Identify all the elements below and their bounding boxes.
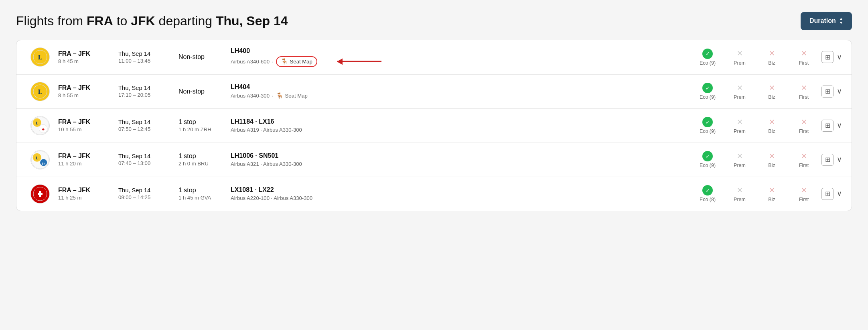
- eco-label: Eco (9): [700, 60, 716, 66]
- eco-available-icon: ✓: [702, 151, 713, 161]
- stops-text: 1 stop: [178, 187, 231, 194]
- expand-plus-button[interactable]: ⊞: [821, 188, 834, 200]
- date-text: Thu, Sep 14: [118, 51, 178, 57]
- date-text: Thu, Sep 14: [118, 119, 178, 125]
- flight-detail: Airbus A220-100 · Airbus A330-300: [231, 195, 696, 201]
- duration-text: 11 h 20 m: [58, 161, 118, 167]
- svg-rect-16: [39, 191, 41, 197]
- classes-col: ✓ Eco (8) ✕ Prem ✕ Biz ✕ First: [696, 185, 815, 202]
- biz-class: ✕ Biz: [761, 117, 783, 134]
- svg-text:L: L: [38, 54, 43, 61]
- classes-col: ✓ Eco (9) ✕ Prem ✕ Biz ✕ First: [696, 151, 815, 168]
- chevron-down-icon[interactable]: ∨: [837, 155, 842, 164]
- flight-row: L FRA – JFK 8 h 45 m Thu, Sep 14 11:00 –…: [16, 40, 852, 75]
- route-text: FRA – JFK: [58, 187, 118, 194]
- arrow-line-icon: [337, 61, 381, 62]
- route-col: FRA – JFK 8 h 55 m: [54, 84, 118, 98]
- time-text: 07:50 – 12:45: [118, 126, 178, 132]
- airline-logo-col: L: [26, 82, 54, 101]
- duration-sort-button[interactable]: Duration ▲ ▼: [801, 12, 852, 30]
- airline-logo: L ✚: [30, 116, 50, 135]
- first-label: First: [799, 163, 809, 168]
- svg-text:✚: ✚: [42, 128, 45, 131]
- prem-unavailable-icon: ✕: [734, 117, 745, 127]
- actions-col: ⊞ ∨: [821, 188, 842, 200]
- flight-info-col: LH1184 · LX16 Airbus A319 · Airbus A330-…: [231, 118, 696, 133]
- flight-row: L ✚ FRA – JFK 10 h 55 m Thu, Sep 14 07:5…: [16, 109, 852, 143]
- page-header: Flights from FRA to JFK departing Thu, S…: [16, 12, 852, 30]
- chevron-down-icon[interactable]: ∨: [837, 53, 842, 61]
- airline-logo: L SN: [30, 150, 50, 169]
- expand-plus-button[interactable]: ⊞: [821, 86, 834, 98]
- flight-detail: Airbus A319 · Airbus A330-300: [231, 127, 696, 133]
- flight-number: LH400: [231, 47, 696, 55]
- route-col: FRA – JFK 11 h 25 m: [54, 187, 118, 201]
- first-class: ✕ First: [793, 83, 815, 100]
- first-class: ✕ First: [793, 117, 815, 134]
- eco-available-icon: ✓: [702, 83, 713, 93]
- route-text: FRA – JFK: [58, 84, 118, 92]
- prem-class: ✕ Prem: [728, 49, 751, 66]
- multi-airline-logo-icon: L ✚: [31, 116, 49, 135]
- prem-class: ✕ Prem: [728, 83, 751, 100]
- duration-text: 8 h 45 m: [58, 58, 118, 64]
- prem-class: ✕ Prem: [728, 117, 751, 134]
- chevron-down-icon[interactable]: ∨: [837, 121, 842, 130]
- seat-icon: 🪑: [281, 58, 288, 65]
- aircraft-text: Airbus A340-600: [231, 59, 270, 65]
- separator: ·: [272, 93, 274, 99]
- multi-airline2-logo-icon: L SN: [31, 150, 49, 169]
- first-unavailable-icon: ✕: [799, 117, 809, 127]
- flight-detail: Airbus A340-600 · 🪑 Seat Map: [231, 56, 696, 67]
- eco-class: ✓ Eco (9): [696, 151, 719, 168]
- chevron-down-icon[interactable]: ∨: [837, 189, 842, 198]
- svg-text:L: L: [36, 156, 38, 160]
- date-text: Thu, Sep 14: [118, 187, 178, 194]
- stops-text: Non-stop: [178, 53, 231, 61]
- expand-plus-button[interactable]: ⊞: [821, 51, 834, 63]
- aircraft-text: Airbus A319 · Airbus A330-300: [231, 127, 302, 133]
- biz-label: Biz: [768, 163, 775, 168]
- chevron-down-icon[interactable]: ∨: [837, 87, 842, 96]
- flight-detail: Airbus A340-300 · 🪑 Seat Map: [231, 92, 696, 99]
- biz-unavailable-icon: ✕: [767, 117, 777, 127]
- expand-plus-button[interactable]: ⊞: [821, 154, 834, 166]
- prem-unavailable-icon: ✕: [734, 185, 745, 196]
- prem-label: Prem: [734, 197, 746, 202]
- seat-map-link[interactable]: 🪑 Seat Map: [276, 92, 308, 99]
- route-text: FRA – JFK: [58, 118, 118, 126]
- flight-row: FRA – JFK 11 h 25 m Thu, Sep 14 09:00 – …: [16, 177, 852, 211]
- expand-plus-button[interactable]: ⊞: [821, 120, 834, 132]
- airline-logo-col: L ✚: [26, 116, 54, 135]
- actions-col: ⊞ ∨: [821, 86, 842, 98]
- date-col: Thu, Sep 14 07:40 – 13:00: [118, 153, 178, 166]
- duration-text: 11 h 25 m: [58, 195, 118, 201]
- route-col: FRA – JFK 10 h 55 m: [54, 118, 118, 132]
- seat-map-button[interactable]: 🪑 Seat Map: [276, 56, 317, 67]
- flight-number: LH1184 · LX16: [231, 118, 696, 125]
- flight-info-col: LH404 Airbus A340-300 · 🪑 Seat Map: [231, 84, 696, 99]
- biz-label: Biz: [768, 197, 775, 202]
- eco-label: Eco (8): [700, 197, 716, 202]
- flight-row: L FRA – JFK 8 h 55 m Thu, Sep 14 17:10 –…: [16, 75, 852, 109]
- flight-info-col: LH1006 · SN501 Airbus A321 · Airbus A330…: [231, 152, 696, 167]
- classes-col: ✓ Eco (9) ✕ Prem ✕ Biz ✕ First: [696, 83, 815, 100]
- lufthansa-logo-icon: L: [33, 84, 47, 99]
- eco-available-icon: ✓: [702, 49, 713, 59]
- svg-text:L: L: [38, 88, 43, 95]
- eco-class: ✓ Eco (9): [696, 49, 719, 66]
- biz-unavailable-icon: ✕: [767, 185, 777, 196]
- aircraft-text: Airbus A340-300: [231, 93, 270, 99]
- first-label: First: [799, 60, 809, 66]
- stop-detail-text: 1 h 20 m ZRH: [178, 126, 231, 132]
- date-col: Thu, Sep 14 17:10 – 20:05: [118, 85, 178, 98]
- route-text: FRA – JFK: [58, 153, 118, 160]
- eco-class: ✓ Eco (8): [696, 185, 719, 202]
- eco-available-icon: ✓: [702, 117, 713, 127]
- biz-unavailable-icon: ✕: [767, 151, 777, 161]
- date-col: Thu, Sep 14 11:00 – 13:45: [118, 51, 178, 64]
- first-unavailable-icon: ✕: [799, 49, 809, 59]
- stops-text: 1 stop: [178, 153, 231, 160]
- stop-detail-text: 1 h 45 m GVA: [178, 195, 231, 201]
- route-col: FRA – JFK 8 h 45 m: [54, 50, 118, 64]
